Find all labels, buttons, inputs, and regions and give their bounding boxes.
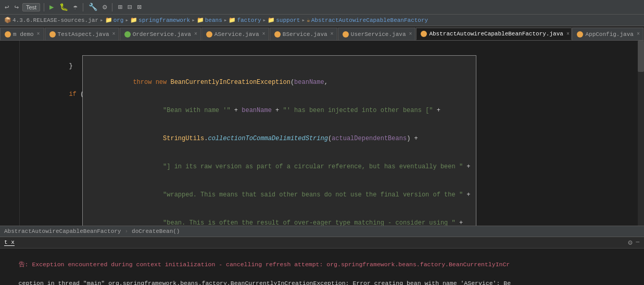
code-content: } if (!actualDependentBeans.isEmpty()) {… [20, 41, 638, 226]
tooltip-line-6: "bean. This is often the result of over-… [88, 218, 471, 226]
breadcrumb: 📦 4.3.6.RELEASE-sources.jar ▸ 📁 org ▸ 📁 … [0, 15, 644, 26]
bc-class: ☕ AbstractAutowireCapableBeanFactory [307, 17, 428, 23]
class-icon: ☕ [307, 17, 310, 23]
folder-icon-org: 📁 [105, 17, 112, 23]
folder-icon-beans: 📁 [197, 17, 204, 23]
tab-close-abstractautowire[interactable]: × [566, 31, 570, 37]
console-output: 告: Exception encountered during context … [0, 249, 644, 285]
tab-demo[interactable]: m demo × [0, 28, 44, 40]
tab-label-userservice: UserService.java [351, 31, 406, 38]
tab-orderservice[interactable]: OrderService.java × [120, 28, 201, 40]
run-icon[interactable]: ▶ [48, 3, 55, 11]
sep4: ▸ [224, 17, 228, 23]
separator2 [83, 3, 83, 11]
breadcrumb-jar: 📦 4.3.6.RELEASE-sources.jar [4, 17, 98, 23]
tooltip-line-5: "wrapped. This means that said other bea… [88, 190, 471, 200]
tab-icon-demo [5, 31, 11, 38]
console-area: t x ⚙ − 告: Exception encountered during … [0, 237, 644, 285]
tab-testaspect[interactable]: TestAspect.java × [45, 28, 119, 40]
bc-support-link[interactable]: support [276, 17, 300, 23]
tools-icon[interactable]: ⚙ [101, 3, 108, 11]
sep5: ▸ [263, 17, 267, 23]
tab-close-bservice[interactable]: × [331, 31, 334, 37]
tooltip-line-1: throw new BeanCurrentlyInCreationExcepti… [88, 78, 471, 87]
tab-label-testaspect: TestAspect.java [58, 31, 109, 38]
tab-icon-testaspect [49, 31, 56, 38]
tab-bservice[interactable]: BService.java × [270, 28, 337, 40]
tooltip-box: throw new BeanCurrentlyInCreationExcepti… [82, 55, 476, 226]
tab-userservice[interactable]: UserService.java × [338, 28, 416, 40]
test-button[interactable]: Test [22, 3, 40, 11]
jar-icon: 📦 [4, 17, 11, 23]
separator3 [112, 3, 112, 11]
console-header: t x ⚙ − [0, 237, 644, 249]
console-tabs: t x [4, 239, 15, 246]
folder-icon-support: 📁 [268, 17, 275, 23]
bc-factory-link[interactable]: factory [237, 17, 261, 23]
tab-label-appconfig: AppConfig.java [585, 31, 633, 38]
bc-sf-link[interactable]: springframework [138, 17, 190, 23]
line-numbers [0, 41, 20, 226]
folder-icon-factory: 📁 [229, 17, 236, 23]
tab-icon-appconfig [577, 31, 583, 38]
sep1: ▸ [100, 17, 104, 23]
console-close-icon[interactable]: − [636, 238, 640, 247]
folder-icon-sf: 📁 [130, 17, 137, 23]
tab-close-aservice[interactable]: × [262, 31, 266, 37]
tab-icon-orderservice [124, 31, 131, 38]
bc-org: 📁 org [105, 17, 124, 23]
tab-icon-bservice [274, 31, 281, 38]
debug-icon[interactable]: 🐛 [58, 3, 70, 11]
tab-close-orderservice[interactable]: × [194, 31, 197, 37]
scroll-thumb[interactable] [638, 41, 644, 72]
separator [44, 3, 44, 11]
tab-icon-aservice [206, 31, 212, 38]
coverage-icon[interactable]: ☂ [72, 3, 79, 11]
bc-beans-link[interactable]: beans [205, 17, 222, 23]
status-bar: AbstractAutowireCapableBeanFactory › doC… [0, 226, 644, 237]
tab-icon-abstractautowire [421, 31, 427, 37]
tooltip-line-2: "Bean with name '" + beanName + "' has b… [88, 106, 471, 115]
console-actions: ⚙ − [628, 238, 640, 247]
tab-close-appconfig[interactable]: × [637, 31, 640, 37]
status-class: AbstractAutowireCapableBeanFactory [4, 228, 121, 234]
editor-area: } if (!actualDependentBeans.isEmpty()) {… [0, 41, 644, 226]
tab-close-userservice[interactable]: × [409, 31, 412, 37]
bc-class-link[interactable]: AbstractAutowireCapableBeanFactory [311, 17, 428, 23]
status-method: doCreateBean() [132, 228, 180, 234]
tab-label-bservice: BService.java [283, 31, 327, 38]
tooltip-line-4: "] in its raw version as part of a circu… [88, 162, 471, 171]
layout-icon[interactable]: ⊞ [116, 3, 123, 11]
tab-aservice[interactable]: AService.java × [201, 28, 269, 40]
tab-bar: m demo × TestAspect.java × OrderService.… [0, 26, 644, 41]
tab-label-demo: m demo [13, 31, 34, 38]
sep2: ▸ [125, 17, 129, 23]
console-tab-run[interactable]: t x [4, 239, 15, 246]
extra-icon[interactable]: ⊠ [135, 3, 143, 11]
redo-icon[interactable]: ↪ [12, 3, 20, 11]
tab-close-testaspect[interactable]: × [112, 31, 116, 37]
console-settings-icon[interactable]: ⚙ [628, 238, 632, 247]
bc-beans: 📁 beans [197, 17, 222, 23]
settings-icon[interactable]: 🔧 [87, 3, 99, 11]
tab-label-abstractautowire: AbstractAutowireCapableBeanFactory.java [429, 31, 563, 37]
jar-label[interactable]: 4.3.6.RELEASE-sources.jar [12, 17, 98, 23]
toolbar: ↩ ↪ Test ▶ 🐛 ☂ 🔧 ⚙ ⊞ ⊟ ⊠ [0, 0, 644, 15]
sep3: ▸ [192, 17, 195, 23]
window-icon[interactable]: ⊟ [126, 3, 133, 11]
tooltip-line-3: StringUtils.collectionToCommaDelimitedSt… [88, 134, 471, 143]
tab-abstractautowire[interactable]: AbstractAutowireCapableBeanFactory.java … [416, 28, 572, 40]
tab-icon-userservice [343, 31, 349, 38]
bc-support: 📁 support [268, 17, 300, 23]
bc-factory: 📁 factory [229, 17, 261, 23]
sep6: ▸ [301, 17, 305, 23]
tab-label-aservice: AService.java [214, 31, 259, 38]
scroll-track[interactable] [638, 41, 644, 226]
tab-label-orderservice: OrderService.java [133, 31, 191, 38]
tab-close-demo[interactable]: × [37, 31, 40, 37]
console-line2: ception in thread "main" org.springframe… [19, 280, 511, 285]
status-sep: › [124, 228, 128, 234]
tab-appconfig[interactable]: AppConfig.java × [572, 28, 643, 40]
undo-icon[interactable]: ↩ [3, 3, 10, 11]
bc-org-link[interactable]: org [113, 17, 124, 23]
